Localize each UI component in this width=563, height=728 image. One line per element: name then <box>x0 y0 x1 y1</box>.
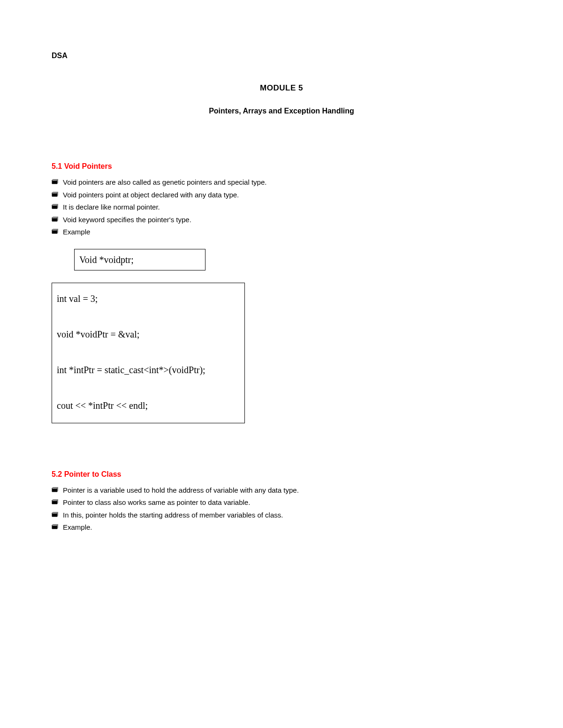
code-line: void *voidPtr = &val; <box>57 325 240 343</box>
module-subtitle: Pointers, Arrays and Exception Handling <box>52 107 511 115</box>
list-item: Example <box>52 227 511 238</box>
bullet-icon <box>52 179 58 185</box>
module-title: MODULE 5 <box>52 83 511 93</box>
list-item: In this, pointer holds the starting addr… <box>52 510 511 521</box>
section-heading-pointer-to-class: 5.2 Pointer to Class <box>52 470 511 479</box>
bullet-icon <box>52 499 58 505</box>
bullet-icon <box>52 229 58 234</box>
bullet-icon <box>52 487 58 493</box>
bullet-icon <box>52 512 58 518</box>
bullet-icon <box>52 524 58 530</box>
bullet-icon <box>52 204 58 210</box>
list-item-text: Example <box>63 227 90 238</box>
list-item: Pointer to class also works same as poin… <box>52 497 511 508</box>
code-line: int val = 3; <box>57 290 240 308</box>
list-item: Void pointers are also called as genetic… <box>52 177 511 188</box>
list-item-text: Example. <box>63 522 92 533</box>
code-line: cout << *intPtr << endl; <box>57 397 240 414</box>
list-item-text: It is declare like normal pointer. <box>63 202 160 213</box>
list-item: Pointer is a variable used to hold the a… <box>52 485 511 496</box>
bullet-icon <box>52 192 58 197</box>
bullet-icon <box>52 217 58 222</box>
code-box-example: int val = 3; void *voidPtr = &val; int *… <box>52 283 245 423</box>
code-box-declaration: Void *voidptr; <box>74 249 205 270</box>
list-item: It is declare like normal pointer. <box>52 202 511 213</box>
list-item-text: Pointer to class also works same as poin… <box>63 497 250 508</box>
bullet-list-section1: Void pointers are also called as genetic… <box>52 177 511 238</box>
list-item-text: Void pointers are also called as genetic… <box>63 177 266 188</box>
list-item-text: Void pointers point at object declared w… <box>63 190 239 201</box>
list-item-text: Pointer is a variable used to hold the a… <box>63 485 299 496</box>
section-heading-void-pointers: 5.1 Void Pointers <box>52 162 511 171</box>
list-item-text: Void keyword specifies the pointer's typ… <box>63 215 191 225</box>
list-item-text: In this, pointer holds the starting addr… <box>63 510 283 521</box>
document-page: DSA MODULE 5 Pointers, Arrays and Except… <box>0 0 563 728</box>
list-item: Void pointers point at object declared w… <box>52 190 511 201</box>
list-item: Example. <box>52 522 511 533</box>
list-item: Void keyword specifies the pointer's typ… <box>52 215 511 225</box>
header-course-label: DSA <box>52 52 511 60</box>
code-line: int *intPtr = static_cast<int*>(voidPtr)… <box>57 361 240 379</box>
bullet-list-section2: Pointer is a variable used to hold the a… <box>52 485 511 533</box>
